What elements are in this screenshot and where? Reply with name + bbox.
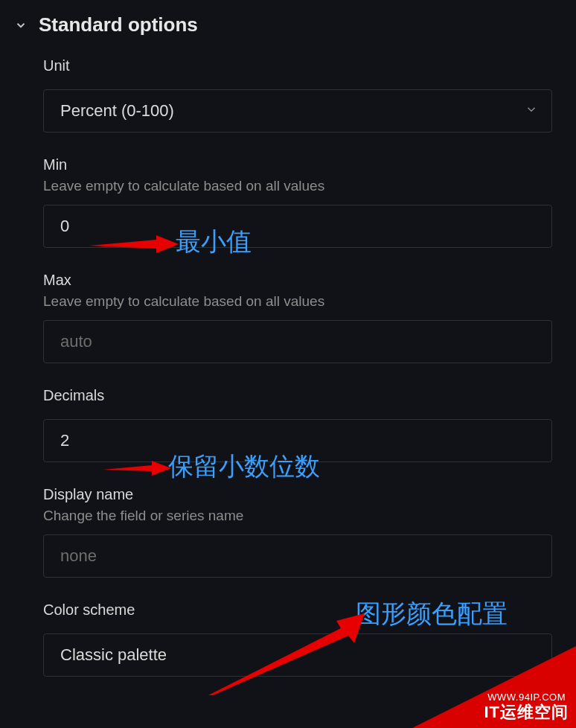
standard-options-panel: Standard options Unit Percent (0-100) Mi… <box>0 0 576 690</box>
display-name-label: Display name <box>43 486 552 503</box>
min-input[interactable]: 0 <box>43 205 552 248</box>
unit-value: Percent (0-100) <box>60 101 174 121</box>
min-desc: Leave empty to calculate based on all va… <box>43 178 552 194</box>
max-label: Max <box>43 272 552 289</box>
field-display-name: Display name Change the field or series … <box>43 486 552 578</box>
display-name-placeholder: none <box>60 546 97 566</box>
min-value: 0 <box>60 217 69 236</box>
color-scheme-label: Color scheme <box>43 601 552 619</box>
section-header[interactable]: Standard options <box>13 13 563 36</box>
decimals-label: Decimals <box>43 387 552 404</box>
display-name-input[interactable]: none <box>43 534 552 578</box>
field-decimals: Decimals 2 <box>43 387 552 462</box>
max-input[interactable]: auto <box>43 320 552 363</box>
display-name-desc: Change the field or series name <box>43 508 552 524</box>
decimals-value: 2 <box>60 431 69 450</box>
color-scheme-value: Classic palette <box>60 645 167 665</box>
chevron-down-icon <box>525 101 538 121</box>
section-title: Standard options <box>39 13 198 36</box>
unit-label: Unit <box>43 57 552 74</box>
field-max: Max Leave empty to calculate based on al… <box>43 272 552 363</box>
chevron-down-icon[interactable] <box>13 18 28 33</box>
min-label: Min <box>43 156 552 173</box>
field-min: Min Leave empty to calculate based on al… <box>43 156 552 248</box>
max-placeholder: auto <box>60 332 92 351</box>
decimals-input[interactable]: 2 <box>43 419 552 462</box>
unit-select[interactable]: Percent (0-100) <box>43 89 552 132</box>
max-desc: Leave empty to calculate based on all va… <box>43 293 552 310</box>
watermark-text: IT运维空间 <box>484 701 569 724</box>
field-unit: Unit Percent (0-100) <box>43 57 552 132</box>
